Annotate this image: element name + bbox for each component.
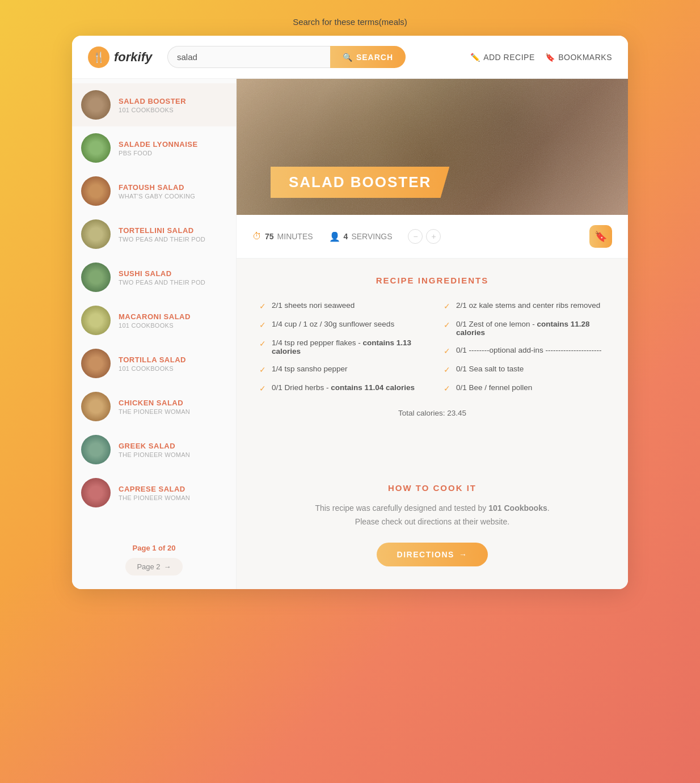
top-bar-text: Search for these (293, 17, 357, 27)
recipe-info: SALADE LYONNAISE PBS FOOD (119, 140, 227, 156)
recipe-name: MACARONI SALAD (119, 312, 227, 321)
logo-icon: 🍴 (88, 46, 109, 68)
recipe-info: CAPRESE SALAD THE PIONEER WOMAN (119, 485, 227, 501)
next-page-button[interactable]: Page 2 → (125, 558, 182, 575)
recipe-thumbnail (81, 133, 111, 163)
recipe-source: WHAT'S GABY COOKING (119, 193, 227, 200)
header-actions: ✏️ ADD RECIPE 🔖 BOOKMARKS (470, 53, 612, 62)
recipe-name: TORTILLA SALAD (119, 355, 227, 364)
fork-icon: 🍴 (92, 51, 105, 64)
minutes-value: 75 (265, 232, 274, 241)
how-to-title: HOW TO COOK IT (259, 483, 605, 493)
search-area: 🔍 SEARCH (167, 46, 406, 68)
add-recipe-label: ADD RECIPE (483, 53, 535, 62)
recipe-list: SALAD BOOSTER 101 COOKBOOKS SALADE LYONN… (72, 83, 236, 514)
ingredients-section-title: RECIPE INGREDIENTS (259, 276, 605, 285)
ingredient-row: ✓ 1/4 tsp red pepper flakes - contains 1… (259, 338, 421, 355)
recipe-source: 101 COOKBOOKS (119, 365, 227, 372)
bookmark-add-icon: 🔖 (594, 230, 607, 243)
header: 🍴 forkify 🔍 SEARCH ✏️ ADD RECIPE 🔖 BOOKM… (72, 36, 628, 79)
add-recipe-button[interactable]: ✏️ ADD RECIPE (470, 53, 535, 62)
bookmarks-button[interactable]: 🔖 BOOKMARKS (545, 53, 612, 62)
recipe-list-item[interactable]: SALADE LYONNAISE PBS FOOD (72, 126, 236, 170)
recipe-source: THE PIONEER WOMAN (119, 494, 227, 501)
ingredients-grid: ✓ 2/1 sheets nori seaweed ✓ 1/4 cup / 1 … (259, 301, 605, 393)
recipe-thumbnail (81, 219, 111, 249)
how-to-text-1: This recipe was carefully designed and t… (315, 503, 488, 513)
recipe-list-item[interactable]: TORTILLA SALAD 101 COOKBOOKS (72, 342, 236, 385)
add-bookmark-button[interactable]: 🔖 (589, 225, 612, 248)
top-bar-link[interactable]: terms(meals) (357, 17, 407, 27)
increase-servings-button[interactable]: + (426, 229, 441, 244)
recipe-info: TORTELLINI SALAD TWO PEAS AND THEIR POD (119, 226, 227, 243)
recipe-thumbnail (81, 306, 111, 335)
recipe-thumbnail (81, 263, 111, 292)
ingredient-text: 2/1 oz kale stems and center ribs remove… (456, 301, 600, 310)
recipe-source: THE PIONEER WOMAN (119, 451, 227, 458)
recipe-thumbnail (81, 478, 111, 507)
recipe-name: SUSHI SALAD (119, 269, 227, 278)
decrease-servings-button[interactable]: − (408, 229, 423, 244)
arrow-right-icon: → (164, 562, 171, 571)
recipe-list-item[interactable]: CAPRESE SALAD THE PIONEER WOMAN (72, 471, 236, 514)
ingredient-text: 1/4 cup / 1 oz / 30g sunflower seeds (272, 320, 394, 328)
recipe-name: TORTELLINI SALAD (119, 226, 227, 235)
check-icon: ✓ (444, 302, 450, 311)
recipe-source: THE PIONEER WOMAN (119, 408, 227, 415)
add-recipe-icon: ✏️ (470, 53, 480, 62)
ingredient-row: ✓ 0/1 Sea salt to taste (444, 365, 605, 374)
recipe-list-item[interactable]: MACARONI SALAD 101 COOKBOOKS (72, 299, 236, 342)
recipe-list-item[interactable]: TORTELLINI SALAD TWO PEAS AND THEIR POD (72, 213, 236, 256)
ingredient-row: ✓ 2/1 sheets nori seaweed (259, 301, 421, 311)
search-btn-label: SEARCH (356, 53, 393, 62)
search-button[interactable]: 🔍 SEARCH (330, 46, 406, 68)
how-to-source: 101 Cookbooks (488, 503, 547, 513)
check-icon: ✓ (444, 346, 450, 355)
directions-label: DIRECTIONS (397, 550, 454, 559)
servings-meta: 👤 4 SERVINGS (329, 231, 393, 242)
servings-label: SERVINGS (351, 232, 392, 241)
check-icon: ✓ (259, 339, 266, 348)
ingredient-text: 0/1 --------optional add-ins -----------… (456, 346, 601, 354)
app-container: 🍴 forkify 🔍 SEARCH ✏️ ADD RECIPE 🔖 BOOKM… (72, 36, 628, 589)
recipe-list-item[interactable]: SALAD BOOSTER 101 COOKBOOKS (72, 83, 236, 126)
bookmark-icon: 🔖 (545, 53, 555, 62)
recipe-source: 101 COOKBOOKS (119, 322, 227, 329)
search-input[interactable] (167, 46, 330, 68)
ingredient-row: ✓ 0/1 Dried herbs - contains 11.04 calor… (259, 383, 421, 393)
page-info: Page 1 of 20 (133, 544, 176, 552)
recipe-list-item[interactable]: SUSHI SALAD TWO PEAS AND THEIR POD (72, 256, 236, 299)
recipe-list-item[interactable]: GREEK SALAD THE PIONEER WOMAN (72, 428, 236, 471)
ingredients-col-left: ✓ 2/1 sheets nori seaweed ✓ 1/4 cup / 1 … (259, 301, 421, 393)
ingredients-col-right: ✓ 2/1 oz kale stems and center ribs remo… (444, 301, 605, 393)
content-area: SALAD BOOSTER ⏱ 75 MINUTES 👤 4 SERVINGS … (237, 79, 628, 589)
minutes-label: MINUTES (277, 232, 313, 241)
recipe-list-item[interactable]: FATOUSH SALAD WHAT'S GABY COOKING (72, 170, 236, 213)
check-icon: ✓ (259, 320, 266, 329)
recipe-meta: ⏱ 75 MINUTES 👤 4 SERVINGS − + 🔖 (237, 215, 628, 259)
search-icon: 🔍 (343, 53, 353, 62)
bookmarks-label: BOOKMARKS (558, 53, 612, 62)
recipe-source: TWO PEAS AND THEIR POD (119, 279, 227, 286)
recipe-thumbnail (81, 435, 111, 464)
recipe-info: TORTILLA SALAD 101 COOKBOOKS (119, 355, 227, 372)
recipe-name: FATOUSH SALAD (119, 183, 227, 192)
ingredient-row: ✓ 1/4 cup / 1 oz / 30g sunflower seeds (259, 320, 421, 329)
how-to-section: HOW TO COOK IT This recipe was carefully… (237, 472, 628, 589)
logo-text: forkify (114, 50, 152, 65)
servings-controls: − + (408, 229, 441, 244)
ingredient-text: 2/1 sheets nori seaweed (272, 301, 355, 310)
directions-button[interactable]: DIRECTIONS → (377, 543, 488, 566)
how-to-text: This recipe was carefully designed and t… (313, 502, 551, 529)
next-page-label: Page 2 (137, 562, 160, 571)
recipe-info: MACARONI SALAD 101 COOKBOOKS (119, 312, 227, 329)
ingredient-text: 0/1 Zest of one lemon - contains 11.28 c… (456, 320, 605, 337)
check-icon: ✓ (259, 302, 266, 311)
recipe-list-item[interactable]: CHICKEN SALAD THE PIONEER WOMAN (72, 385, 236, 428)
ingredient-text: 0/1 Sea salt to taste (456, 365, 524, 373)
recipe-thumbnail (81, 392, 111, 421)
time-meta: ⏱ 75 MINUTES (252, 231, 313, 242)
recipe-hero: SALAD BOOSTER (237, 79, 628, 215)
ingredient-text: 1/4 tsp red pepper flakes - contains 1.1… (272, 338, 421, 355)
ingredient-row: ✓ 0/1 --------optional add-ins ---------… (444, 346, 605, 355)
